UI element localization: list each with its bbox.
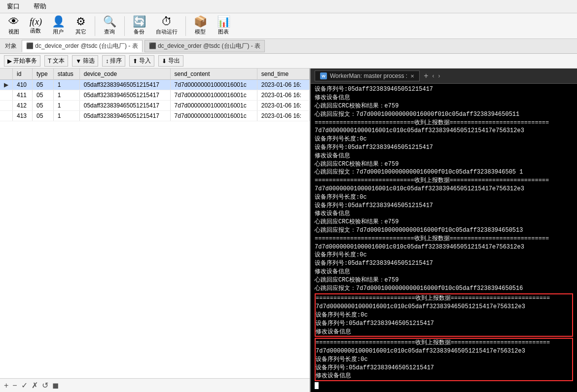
sort-button[interactable]: ↕ 排序	[102, 55, 125, 67]
refresh-button[interactable]: ↺	[42, 381, 48, 390]
col-header-device-code[interactable]: device_code	[79, 69, 170, 80]
toolbar-user[interactable]: 👤 用户	[48, 15, 69, 36]
terminal-content[interactable]: ============================收到上报数据======…	[311, 84, 577, 392]
cell-type: 05	[32, 101, 53, 111]
main-area: id type status device_code send_content …	[0, 69, 577, 392]
export-button[interactable]: ⬇ 导出	[158, 55, 183, 67]
col-header-type[interactable]: type	[32, 69, 53, 80]
col-header-id-text[interactable]: id	[13, 69, 33, 80]
menu-item-window[interactable]: 窗口	[4, 1, 23, 12]
col-header-send-time[interactable]: send_time	[257, 69, 309, 80]
tab-2[interactable]: ⬛ dc_device_order @tsdc (台山电厂) - 表	[144, 40, 265, 52]
toolbar-other[interactable]: ⚙ 其它	[71, 15, 91, 36]
toolbar-backup[interactable]: 🔄 备份	[129, 15, 150, 36]
stop-button[interactable]: ◼	[52, 381, 59, 390]
import-button[interactable]: ⬆ 导入	[129, 55, 154, 67]
cell-status: 1	[53, 101, 79, 111]
toolbar-query-label: 查询	[104, 28, 115, 36]
terminal-title-bar: W WorkerMan: master process : ✕ + ‹ ›	[311, 69, 577, 84]
toolbar-chart[interactable]: 📊 图表	[213, 15, 234, 36]
terminal-line: 心跳回应CRC校验和结果：e759	[315, 276, 573, 285]
text-button[interactable]: T 文本	[44, 55, 68, 67]
terminal-tab[interactable]: W WorkerMan: master process : ✕	[315, 71, 420, 81]
object-label: 对象	[2, 40, 20, 52]
chart-icon: 📊	[217, 16, 230, 27]
terminal-nav-next[interactable]: ›	[438, 72, 440, 79]
sub-toolbar: ▶ 开始事务 T 文本 ▼ 筛选 ↕ 排序 ⬆ 导入 ⬇ 导出	[0, 54, 577, 69]
menu-bar: 窗口 帮助	[0, 0, 577, 13]
cell-device_code: 05daff323839465051215417	[79, 101, 170, 111]
terminal-tab-title: WorkerMan: master process :	[330, 72, 407, 79]
toolbar-function-label: 函数	[30, 27, 41, 35]
filter-button[interactable]: ▼ 筛选	[72, 55, 98, 67]
col-header-status[interactable]: status	[53, 69, 79, 80]
cell-send_content: 7d7d00000001000016001c	[170, 111, 257, 121]
terminal-line: ============================收到上报数据======…	[315, 235, 573, 243]
table-row[interactable]: 41205105daff3238394650512154177d7d000000…	[0, 101, 310, 111]
new-tab-button[interactable]: +	[424, 71, 428, 80]
toolbar-view[interactable]: 👁 视图	[4, 15, 24, 36]
cancel-button[interactable]: ✗	[32, 381, 38, 390]
confirm-button[interactable]: ✓	[21, 381, 28, 390]
cell-status: 1	[53, 111, 79, 121]
text-icon: T	[48, 58, 51, 65]
tab-bar: 对象 ⬛ dc_device_order @tsdc (台山电厂) - 表 ⬛ …	[0, 39, 577, 54]
terminal-line: 心跳回应报文：7d7d0001000000000016000f010c05daf…	[315, 168, 573, 177]
table-row[interactable]: ▶41005105daff3238394650512154177d7d00000…	[0, 80, 310, 90]
terminal-line: 修改设备信息	[315, 210, 573, 218]
terminal-line: ============================收到上报数据======…	[316, 339, 572, 347]
terminal-line: 7d7d00000001000016001c010c05daff32383946…	[316, 347, 572, 356]
terminal-line: 心跳回应报文：7d7d000100000000016000f010c05daff…	[315, 110, 573, 119]
cell-device_code: 05daff323839465051215417	[79, 80, 170, 90]
toolbar-query[interactable]: 🔍 查询	[99, 15, 120, 36]
terminal-line: 设备序列号:05daff323839465051215417	[316, 364, 572, 372]
import-label: 导入	[139, 57, 151, 65]
terminal-line: ============================收到上报数据======…	[316, 294, 572, 303]
tab-1[interactable]: ⬛ dc_device_order @tsdc (台山电厂) - 表	[22, 40, 143, 52]
toolbar-backup-label: 备份	[134, 28, 144, 36]
function-icon: f(x)	[30, 17, 42, 26]
table-icon-2: ⬛	[149, 42, 156, 49]
toolbar-other-label: 其它	[75, 28, 86, 36]
table-header-row: id type status device_code send_content …	[0, 69, 310, 80]
toolbar-function[interactable]: f(x) 函数	[26, 16, 46, 36]
right-panel: W WorkerMan: master process : ✕ + ‹ › ==…	[311, 69, 577, 392]
table-scroll[interactable]: id type status device_code send_content …	[0, 69, 310, 378]
terminal-line: 设备序列号长度:0c	[315, 251, 573, 259]
cell-id: 412	[13, 101, 33, 111]
cell-type: 05	[32, 111, 53, 121]
sort-icon: ↕	[106, 58, 108, 65]
table-row[interactable]: 41305105daff3238394650512154177d7d000000…	[0, 111, 310, 121]
add-row-button[interactable]: +	[4, 381, 8, 390]
toolbar-auto-run[interactable]: ⏱ 自动运行	[152, 15, 181, 36]
toolbar-model-label: 模型	[195, 28, 206, 36]
remove-row-button[interactable]: −	[12, 381, 17, 390]
cell-id: 410	[13, 80, 33, 90]
cell-send_time: 2023-01-06 16:	[257, 90, 309, 101]
text-label: 文本	[53, 57, 65, 65]
toolbar: 👁 视图 f(x) 函数 👤 用户 ⚙ 其它 🔍 查询 🔄 备份 ⏱ 自动运行 …	[0, 13, 577, 39]
terminal-line: 心跳回应CRC校验和结果：e759	[315, 160, 573, 169]
cell-status: 1	[53, 80, 79, 90]
table-footer: + − ✓ ✗ ↺ ◼	[0, 378, 310, 392]
col-header-send-content[interactable]: send_content	[170, 69, 257, 80]
terminal-nav-prev[interactable]: ‹	[433, 72, 434, 79]
menu-item-help[interactable]: 帮助	[31, 1, 49, 12]
terminal-line: 设备序列号长度:0c	[315, 193, 573, 202]
start-transaction-button[interactable]: ▶ 开始事务	[4, 55, 40, 67]
backup-icon: 🔄	[133, 16, 146, 27]
cell-send_content: 7d7d00000001000016001c	[170, 90, 257, 101]
table-row[interactable]: 41105105daff3238394650512154177d7d000000…	[0, 90, 310, 101]
cell-send_time: 2023-01-06 16:	[257, 111, 309, 121]
toolbar-chart-label: 图表	[218, 28, 229, 36]
terminal-line: ============================收到上报数据======…	[315, 177, 573, 185]
toolbar-user-label: 用户	[53, 28, 64, 36]
terminal-close-button[interactable]: ✕	[410, 73, 414, 79]
terminal-line: 设备序列号:05daff323839465051215417	[315, 85, 573, 94]
highlight-section: ============================收到上报数据======…	[315, 293, 573, 337]
toolbar-model[interactable]: 📦 模型	[190, 15, 211, 36]
terminal-cursor	[315, 382, 319, 389]
tab-2-label: dc_device_order @tsdc (台山电厂) - 表	[158, 42, 260, 49]
terminal-line: 设备序列号:05daff323839465051215417	[315, 202, 573, 210]
row-arrow	[0, 90, 13, 101]
